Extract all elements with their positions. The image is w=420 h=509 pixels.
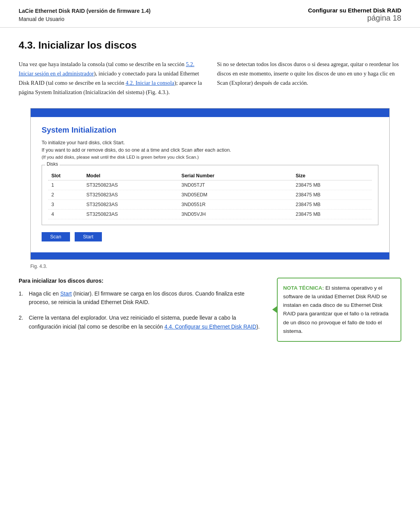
table-cell: 3ND05VJH: [182, 209, 296, 219]
link-section-44[interactable]: 4.4. Configurar su Ethernet Disk RAID: [164, 324, 257, 330]
page-header: LaCie Ethernet Disk RAID (versión de fir…: [0, 0, 420, 28]
screenshot-frame: System Initialization To initialize your…: [30, 108, 390, 260]
table-cell: 238475 MB: [296, 199, 372, 209]
step-2-text: Cierre la ventana del explorador. Una ve…: [29, 313, 263, 331]
table-cell: 4: [48, 209, 86, 219]
header-left: LaCie Ethernet Disk RAID (versión de fir…: [19, 7, 150, 23]
col-header-serial: Serial Number: [182, 171, 296, 180]
link-start[interactable]: Start: [60, 290, 72, 297]
step-1-text: Haga clic en Start (Iniciar). El firmwar…: [29, 289, 263, 307]
fig-caption: Fig. 4.3.: [30, 264, 390, 269]
page-number: página 18: [308, 14, 401, 23]
intro-col-left: Una vez que haya instalado la consola (t…: [19, 60, 203, 97]
table-cell: ST3250823AS: [86, 180, 182, 190]
main-content: 4.3. Inicializar los discos Una vez que …: [0, 31, 420, 350]
disk-table-body: 1ST3250823AS3ND05TJT238475 MB2ST3250823A…: [48, 180, 372, 219]
table-cell: ST3250823AS: [86, 209, 182, 219]
steps-heading: Para inicializar los discos duros:: [19, 278, 263, 284]
steps-section: Para inicializar los discos duros: 1. Ha…: [19, 278, 401, 342]
start-button[interactable]: Start: [75, 232, 102, 241]
link-section-42[interactable]: 4.2. Iniciar la consola: [126, 80, 174, 86]
table-row: 4ST3250823AS3ND05VJH238475 MB: [48, 209, 372, 219]
disks-fieldset: Disks Slot Model Serial Number Size 1ST3…: [42, 165, 378, 225]
table-cell: 3ND0551R: [182, 199, 296, 209]
manual-label: Manual de Usuario: [19, 15, 150, 23]
scan-button[interactable]: Scan: [42, 232, 70, 241]
table-cell: 2: [48, 190, 86, 199]
table-header-row: Slot Model Serial Number Size: [48, 171, 372, 180]
sys-init-note: (If you add disks, please wait until the…: [42, 155, 378, 159]
product-version: (versión de firmware 1.4): [85, 8, 150, 14]
list-item: 1. Haga clic en Start (Iniciar). El firm…: [19, 289, 263, 307]
table-cell: 1: [48, 180, 86, 190]
step-list: 1. Haga clic en Start (Iniciar). El firm…: [19, 289, 263, 331]
section-title: Configurar su Ethernet Disk RAID: [308, 7, 401, 14]
disks-legend: Disks: [45, 161, 60, 167]
table-cell: 3ND05TJT: [182, 180, 296, 190]
list-item: 2. Cierre la ventana del explorador. Una…: [19, 313, 263, 331]
intro-text-1: Una vez que haya instalado la consola (t…: [19, 61, 186, 67]
sys-init-desc1: To initialize your hard disks, click Sta…: [42, 140, 378, 145]
table-row: 2ST3250823AS3ND05EDM238475 MB: [48, 190, 372, 199]
sys-init-desc2: If you want to add or remove disks, do s…: [42, 147, 378, 153]
intro-col-right: Si no se detectan todos los discos duros…: [217, 60, 401, 97]
tech-note-text: El sistema operativo y el software de la…: [283, 285, 388, 334]
col-header-model: Model: [86, 171, 182, 180]
table-cell: 238475 MB: [296, 209, 372, 219]
table-cell: 238475 MB: [296, 180, 372, 190]
screenshot-body: System Initialization To initialize your…: [31, 117, 389, 252]
header-right: Configurar su Ethernet Disk RAID página …: [308, 7, 401, 23]
screenshot-bottombar: [31, 252, 389, 259]
tech-note-triangle: [272, 306, 278, 313]
table-row: 3ST3250823AS3ND0551R238475 MB: [48, 199, 372, 209]
intro-two-col: Una vez que haya instalado la consola (t…: [19, 60, 401, 97]
step-1-num: 1.: [19, 289, 26, 307]
table-cell: ST3250823AS: [86, 199, 182, 209]
table-cell: ST3250823AS: [86, 190, 182, 199]
tech-note-label: NOTA TÉCNICA:: [283, 285, 324, 291]
table-cell: 238475 MB: [296, 190, 372, 199]
product-title: LaCie Ethernet Disk RAID (versión de fir…: [19, 7, 150, 15]
step-2-num: 2.: [19, 313, 26, 331]
steps-left: Para inicializar los discos duros: 1. Ha…: [19, 278, 263, 342]
table-row: 1ST3250823AS3ND05TJT238475 MB: [48, 180, 372, 190]
table-cell: 3: [48, 199, 86, 209]
section-heading: 4.3. Inicializar los discos: [19, 39, 401, 51]
col-header-size: Size: [296, 171, 372, 180]
tech-note-box: NOTA TÉCNICA: El sistema operativo y el …: [277, 278, 401, 342]
table-cell: 3ND05EDM: [182, 190, 296, 199]
steps-right: NOTA TÉCNICA: El sistema operativo y el …: [277, 278, 401, 342]
sys-init-title: System Initialization: [42, 126, 378, 135]
product-name-bold: LaCie Ethernet Disk RAID: [19, 8, 85, 14]
screenshot-topbar: [31, 108, 389, 117]
button-row: Scan Start: [42, 232, 378, 241]
col-header-slot: Slot: [48, 171, 86, 180]
disk-table: Slot Model Serial Number Size 1ST3250823…: [48, 171, 372, 219]
